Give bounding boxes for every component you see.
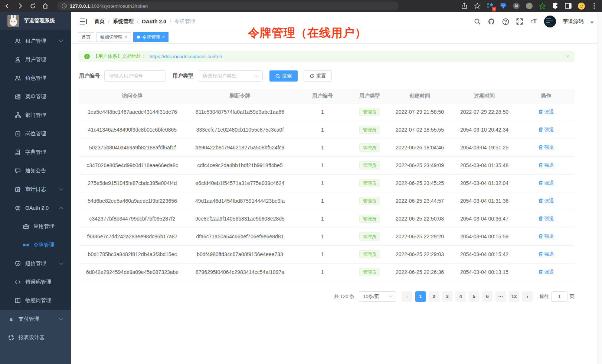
sidebar-item-role[interactable]: 角色管理 (0, 69, 71, 87)
page-number-button[interactable]: 1 (415, 291, 426, 302)
user-type-select[interactable]: 请选择用户类型 (198, 70, 263, 82)
code-icon (15, 279, 21, 285)
next-page-button[interactable]: › (522, 291, 533, 302)
reload-icon[interactable] (29, 2, 36, 10)
sidebar-item-oauth-app[interactable]: 应用管理 (0, 217, 71, 236)
main-area: 首页/ 系统管理/ OAuth 2.0/ 令牌管理 TT 芋道源码 首页 敏感词… (71, 12, 602, 364)
force-logout-button[interactable]: 强退 (539, 233, 554, 240)
extension-green-star-icon[interactable] (538, 2, 546, 10)
cell-actions: 强退 (518, 103, 575, 121)
extension-pixel-grid-icon[interactable]: 9 (486, 2, 494, 10)
force-logout-button[interactable]: 强退 (539, 126, 554, 133)
forward-icon[interactable] (16, 2, 24, 10)
cell-user-id: 1 (294, 192, 351, 210)
sidebar-toggle-icon[interactable] (564, 2, 572, 10)
sidebar-item-report-designer[interactable]: 报表设计器 (0, 328, 71, 347)
bookmark-star-icon[interactable] (473, 2, 481, 10)
sidebar-item-post[interactable]: 岗位管理 (0, 125, 71, 143)
extension-puzzle-icon[interactable] (551, 2, 559, 10)
menu-fold-icon[interactable] (79, 18, 88, 25)
page-number-button[interactable]: 3 (442, 291, 452, 302)
fullscreen-icon[interactable] (516, 18, 523, 25)
tab-sensitive-word[interactable]: 敏感词管理× (96, 32, 131, 42)
sidebar-item-sms[interactable]: 短信管理 (0, 254, 71, 273)
help-icon[interactable] (502, 18, 509, 25)
close-icon[interactable]: × (125, 34, 127, 40)
sidebar-item-dept[interactable]: 部门管理 (0, 106, 71, 125)
sidebar-item-notice[interactable]: 通知公告 (0, 162, 71, 180)
alert-close-icon[interactable]: × (566, 53, 569, 59)
sidebar-item-sensitive-word[interactable]: 敏感词管理 (0, 291, 71, 310)
user-id-input[interactable]: 请输入用户编号 (104, 70, 166, 82)
page-scrollbar[interactable] (598, 12, 602, 364)
tab-home[interactable]: 首页 (78, 32, 94, 42)
column-header: 创建时间 (389, 89, 451, 103)
extension-dot-circle-icon[interactable] (525, 2, 533, 10)
cell-refresh-token: 811c530487574fa0af1a59d3abc1aa66 (186, 103, 294, 121)
page-number-button[interactable]: 12 (509, 291, 519, 302)
force-logout-button[interactable]: 强退 (539, 144, 554, 151)
force-logout-button[interactable]: 强退 (539, 198, 554, 204)
chrome-menu-icon[interactable] (590, 2, 598, 10)
font-size-icon[interactable]: TT (530, 18, 537, 25)
force-logout-button[interactable]: 强退 (539, 162, 554, 169)
site-info-icon[interactable] (62, 3, 67, 9)
cell-user-id: 1 (294, 103, 351, 121)
address-bar[interactable]: 127.0.0.1:1024/system/oauth2/token (57, 1, 399, 10)
sidebar-item-error-code[interactable]: 错误码管理 (0, 273, 71, 291)
app-logo-bar[interactable]: 芋道管理系统 (0, 12, 71, 30)
force-logout-button[interactable]: 强退 (539, 215, 554, 222)
breadcrumb-oauth[interactable]: OAuth 2.0 (142, 19, 166, 24)
svg-text:⌘: ⌘ (514, 4, 518, 9)
user-name[interactable]: 芋道源码 (563, 18, 583, 25)
user-type-tag: 管理员 (359, 197, 380, 205)
user-type-tag: 管理员 (359, 268, 380, 276)
reset-button[interactable]: 重置 (304, 70, 332, 82)
goto-page-input[interactable] (551, 291, 567, 302)
force-logout-button[interactable]: 强退 (539, 251, 554, 258)
cell-refresh-token: e6cfd40eb1f54571a31e775e039c4624 (186, 174, 294, 192)
breadcrumb-system[interactable]: 系统管理 (113, 18, 134, 25)
breadcrumb-home[interactable]: 首页 (94, 18, 105, 25)
back-icon[interactable] (4, 2, 11, 10)
app-title: 芋道管理系统 (24, 17, 55, 24)
github-icon[interactable] (488, 18, 495, 25)
column-header: 刷新令牌 (186, 89, 294, 103)
table-row: 54d6be82ee5a460a9aedc1f9bf223656 49d1aa4… (79, 192, 575, 210)
search-button[interactable]: 搜索 (269, 70, 298, 82)
close-icon[interactable]: × (162, 34, 165, 40)
user-avatar[interactable] (544, 16, 556, 27)
cell-access-token: 41c41346a548490f9dc8b01c6bfe0865 (79, 121, 186, 139)
page-number-button[interactable]: 5 (469, 291, 479, 302)
force-logout-button[interactable]: 强退 (539, 109, 554, 115)
sidebar-item-dict[interactable]: 字典管理 (0, 143, 71, 162)
force-logout-button[interactable]: 强退 (539, 180, 554, 186)
sidebar-item-tenant[interactable]: 租户管理 (0, 32, 71, 50)
emoji-avatar-icon[interactable] (577, 2, 585, 10)
search-icon[interactable] (474, 18, 481, 25)
page-size-select[interactable]: 10条/页 (359, 291, 396, 302)
extension-gem-icon[interactable] (499, 2, 507, 10)
home-icon[interactable] (42, 2, 49, 10)
sidebar-item-pay[interactable]: ¥ 支付管理 (0, 310, 71, 328)
force-logout-button[interactable]: 强退 (539, 269, 554, 275)
prev-page-button[interactable]: ‹ (402, 291, 412, 302)
cell-refresh-token: dfa6c71a50a54c66bef706ef9e6e8d81 (186, 228, 294, 245)
sidebar-item-oauth-token[interactable]: 令牌管理 (0, 236, 71, 254)
doc-link[interactable]: https://doc.iocoder.cn/user-center/ (150, 54, 222, 59)
cell-expire-time: 2054-03-04 00:36:47 (451, 210, 518, 228)
page-number-button[interactable]: 4 (455, 291, 466, 302)
sidebar-item-audit-log[interactable]: 审计日志 (0, 180, 71, 199)
tab-token[interactable]: 令牌管理× (133, 32, 169, 42)
extension-command-icon[interactable]: ⌘ (512, 2, 520, 10)
page-number-button[interactable]: ··· (495, 291, 506, 302)
shield-icon (15, 261, 21, 267)
sidebar-item-menu[interactable]: 菜单管理 (0, 87, 71, 106)
sidebar-item-oauth[interactable]: OAuth 2.0 (0, 199, 71, 217)
page-number-button[interactable]: 6 (482, 291, 493, 302)
sidebar-item-user[interactable]: 用户管理 (0, 50, 71, 69)
user-menu-caret-icon[interactable] (590, 21, 594, 24)
page-number-button[interactable]: 2 (429, 291, 439, 302)
share-icon[interactable] (460, 2, 468, 10)
cell-expire-time: 2022-07-29 22:28:50 (451, 103, 518, 121)
